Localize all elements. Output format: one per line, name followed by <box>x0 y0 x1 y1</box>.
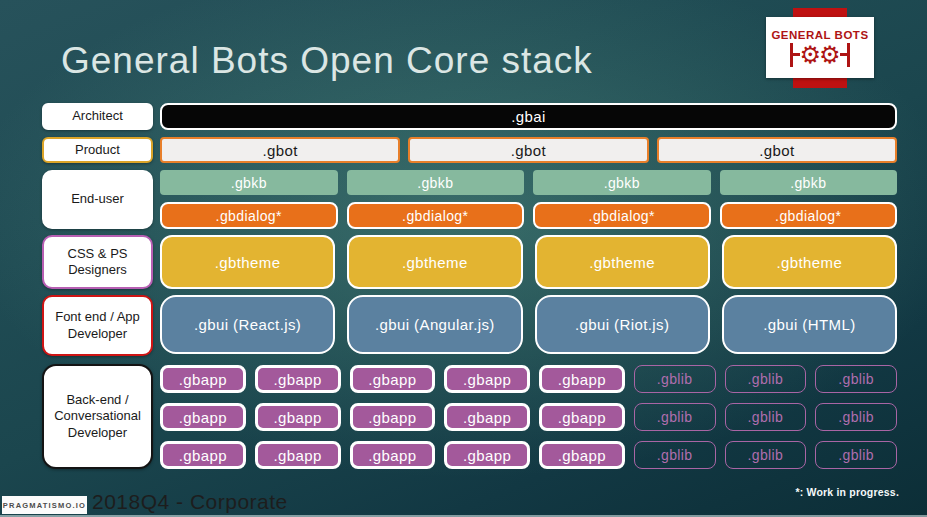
gblib-block: .gblib <box>815 441 897 469</box>
gblib-block: .gblib <box>815 365 897 393</box>
gbot-block: .gbot <box>160 137 400 163</box>
gblib-block: .gblib <box>725 365 807 393</box>
gbapp-block: .gbapp <box>160 403 246 431</box>
gbapp-block: .gbapp <box>539 441 625 469</box>
gbapp-block: .gbapp <box>255 365 341 393</box>
gbapp-block: .gbapp <box>444 441 530 469</box>
gear-endcap-right <box>847 43 850 67</box>
backend-row: .gbapp .gbapp .gbapp .gbapp .gbapp .gbli… <box>160 441 897 469</box>
gbot-block: .gbot <box>408 137 648 163</box>
gbdialog-row: .gbdialog* .gbdialog* .gbdialog* .gbdial… <box>160 202 897 229</box>
gbapp-block: .gbapp <box>255 441 341 469</box>
page-title: General Bots Open Core stack <box>61 40 593 82</box>
gbui-row: .gbui (React.js) .gbui (Angular.js) .gbu… <box>160 295 897 354</box>
logo-wordmark: GENERAL BOTS <box>771 29 868 41</box>
gbdialog-block: .gbdialog* <box>347 202 525 229</box>
work-in-progress-footnote: *: Work in progress. <box>795 486 899 498</box>
gbkb-block: .gbkb <box>160 170 338 195</box>
role-label-architect: Architect <box>42 103 153 130</box>
gbot-row: .gbot .gbot .gbot <box>160 137 897 163</box>
gear-icon: ⚙ <box>819 43 841 67</box>
gbtheme-block: .gbtheme <box>722 235 897 289</box>
gbtheme-block: .gbtheme <box>160 235 335 289</box>
gbapp-block: .gbapp <box>255 403 341 431</box>
role-label-frontend-developer: Font end / App Developer <box>42 295 153 356</box>
gbui-react-block: .gbui (React.js) <box>160 295 335 354</box>
gear-axle-right <box>840 53 847 56</box>
gbapp-block: .gbapp <box>160 441 246 469</box>
gblib-block: .gblib <box>634 441 716 469</box>
gbdialog-block: .gbdialog* <box>720 202 898 229</box>
gbapp-block: .gbapp <box>350 441 436 469</box>
gbkb-row: .gbkb .gbkb .gbkb .gbkb <box>160 170 897 195</box>
gbtheme-row: .gbtheme .gbtheme .gbtheme .gbtheme <box>160 235 897 289</box>
role-label-end-user: End-user <box>42 170 153 229</box>
gbkb-block: .gbkb <box>347 170 525 195</box>
backend-row: .gbapp .gbapp .gbapp .gbapp .gbapp .gbli… <box>160 365 897 393</box>
gbui-angular-block: .gbui (Angular.js) <box>347 295 522 354</box>
gblib-block: .gblib <box>634 403 716 431</box>
gbdialog-block: .gbdialog* <box>160 202 338 229</box>
gbapp-block: .gbapp <box>539 365 625 393</box>
role-label-backend-developer: Back-end / Conversational Developer <box>42 364 153 469</box>
gbkb-block: .gbkb <box>720 170 898 195</box>
gbapp-block: .gbapp <box>160 365 246 393</box>
role-label-css-ps-designers: CSS & PS Designers <box>42 235 153 289</box>
slide: General Bots Open Core stack GENERAL BOT… <box>0 0 927 517</box>
pragmatismo-brand-badge: PRAGMATISMO.IO <box>2 496 87 514</box>
gbai-block: .gbai <box>160 103 897 130</box>
gblib-block: .gblib <box>634 365 716 393</box>
gbapp-block: .gbapp <box>539 403 625 431</box>
gbot-block: .gbot <box>657 137 897 163</box>
gbapp-block: .gbapp <box>444 365 530 393</box>
gbui-html-block: .gbui (HTML) <box>722 295 897 354</box>
general-bots-logo: GENERAL BOTS ⚙ ⚙ <box>766 17 874 78</box>
role-label-product: Product <box>42 137 153 163</box>
gblib-block: .gblib <box>815 403 897 431</box>
gbdialog-block: .gbdialog* <box>533 202 711 229</box>
gear-icon: ⚙ <box>799 43 821 67</box>
gbtheme-block: .gbtheme <box>535 235 710 289</box>
slide-caption: 2018Q4 - Corporate <box>92 490 288 514</box>
backend-row: .gbapp .gbapp .gbapp .gbapp .gbapp .gbli… <box>160 403 897 431</box>
gblib-block: .gblib <box>725 441 807 469</box>
gears-icon: ⚙ ⚙ <box>790 43 849 67</box>
gbapp-block: .gbapp <box>350 403 436 431</box>
gbapp-block: .gbapp <box>444 403 530 431</box>
gblib-block: .gblib <box>725 403 807 431</box>
gbui-riot-block: .gbui (Riot.js) <box>535 295 710 354</box>
gbkb-block: .gbkb <box>533 170 711 195</box>
gbapp-block: .gbapp <box>350 365 436 393</box>
gbtheme-block: .gbtheme <box>347 235 522 289</box>
